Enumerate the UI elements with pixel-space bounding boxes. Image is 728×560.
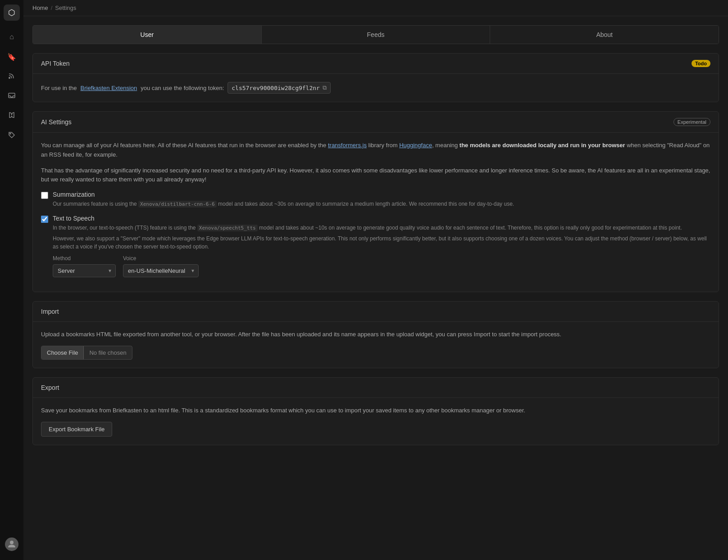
export-title: Export: [41, 384, 59, 391]
ai-description-1: You can manage all of your AI features h…: [41, 141, 710, 160]
copy-token-icon[interactable]: ⧉: [323, 84, 327, 91]
app-logo[interactable]: ⬡: [4, 5, 20, 21]
export-header: Export: [33, 378, 719, 398]
user-avatar[interactable]: [5, 537, 18, 551]
api-token-header: API Token Todo: [33, 54, 719, 74]
token-display: cls57rev90000iw28cg9fl2nr ⧉: [228, 82, 331, 94]
token-row: For use in the Briefkasten Extension you…: [41, 82, 710, 94]
todo-badge: Todo: [692, 60, 710, 67]
import-title: Import: [41, 308, 59, 315]
tts-desc-suffix: model and takes about ~10s on average to…: [259, 225, 682, 231]
sidebar-item-rss[interactable]: [4, 68, 20, 85]
main-area: Home / Settings User Feeds About API Tok…: [23, 0, 728, 560]
ai-settings-title: AI Settings: [41, 118, 72, 126]
experimental-badge: Experimental: [673, 118, 710, 126]
tab-about[interactable]: About: [490, 26, 719, 44]
tts-label[interactable]: Text to Speech: [53, 215, 95, 222]
breadcrumb-separator: /: [51, 5, 53, 11]
tab-feeds[interactable]: Feeds: [262, 26, 491, 44]
method-select[interactable]: Server Browser: [53, 264, 116, 277]
transformers-link[interactable]: transformers.js: [328, 142, 367, 149]
tts-desc-prefix: In the browser, our text-to-speech (TTS)…: [53, 225, 196, 231]
import-body: Upload a bookmarks HTML file exported fr…: [33, 322, 719, 368]
content-area: User Feeds About API Token Todo For use …: [23, 16, 728, 560]
tts-model: Xenova/speecht5_tts: [197, 225, 258, 231]
tag-icon: [8, 131, 15, 140]
breadcrumb-current: Settings: [55, 5, 76, 11]
tts-description-1: In the browser, our text-to-speech (TTS)…: [53, 224, 710, 232]
sidebar-item-book[interactable]: [4, 108, 20, 124]
huggingface-link[interactable]: Huggingface: [399, 142, 432, 149]
sidebar: ⬡ ⌂ 🔖: [0, 0, 23, 560]
voice-select-wrapper: en-US-MichelleNeural en-US-JennyNeural e…: [123, 264, 199, 277]
sidebar-item-tags[interactable]: [4, 128, 20, 144]
token-desc-suffix: you can use the following token:: [141, 85, 224, 91]
token-desc-prefix: For use in the: [41, 85, 77, 91]
logo-icon: ⬡: [8, 8, 15, 18]
summarization-checkbox[interactable]: [41, 192, 48, 199]
ai-settings-header: AI Settings Experimental: [33, 112, 719, 133]
svg-point-3: [10, 541, 14, 544]
file-input-wrapper: Choose File No file chosen: [41, 346, 132, 360]
export-description: Save your bookmarks from Briefkasten to …: [41, 406, 710, 415]
settings-tabs: User Feeds About: [32, 25, 719, 44]
method-select-wrapper: Server Browser ▼: [53, 264, 116, 277]
ai-settings-body: You can manage all of your AI features h…: [33, 133, 719, 292]
svg-point-0: [9, 77, 10, 79]
export-card: Export Save your bookmarks from Briefkas…: [32, 377, 719, 445]
summarization-label[interactable]: Summarization: [53, 191, 95, 198]
rss-icon: [8, 72, 15, 81]
choose-file-button[interactable]: Choose File: [41, 346, 84, 359]
tts-fields: Method Server Browser ▼: [53, 255, 710, 277]
api-token-title: API Token: [41, 60, 70, 67]
bookmark-icon: 🔖: [7, 53, 16, 61]
tts-description-2: However, we also support a "Server" mode…: [53, 235, 710, 251]
import-header: Import: [33, 302, 719, 322]
method-field-group: Method Server Browser ▼: [53, 255, 116, 277]
breadcrumb-home[interactable]: Home: [32, 5, 48, 11]
method-label: Method: [53, 255, 116, 262]
tts-content: Text to Speech In the browser, our text-…: [53, 215, 710, 278]
summarization-row: Summarization Our summaries feature is u…: [41, 191, 710, 208]
summarization-content: Summarization Our summaries feature is u…: [53, 191, 514, 208]
summarization-description: Our summaries feature is using the Xenov…: [53, 200, 514, 208]
sidebar-item-home[interactable]: ⌂: [4, 29, 20, 45]
summ-model: Xenova/distilbart-cnn-6-6: [138, 201, 217, 208]
export-body: Save your bookmarks from Briefkasten to …: [33, 398, 719, 445]
file-name-display: No file chosen: [84, 346, 132, 359]
tab-user[interactable]: User: [33, 26, 262, 44]
book-icon: [8, 112, 15, 121]
export-button[interactable]: Export Bookmark File: [41, 422, 112, 437]
ai-description-2: That has the advantage of significantly …: [41, 166, 710, 185]
summ-desc-prefix: Our summaries feature is using the: [53, 201, 137, 207]
sidebar-item-bookmarks[interactable]: 🔖: [4, 49, 20, 65]
voice-field-group: Voice en-US-MichelleNeural en-US-JennyNe…: [123, 255, 199, 277]
inbox-icon: [8, 92, 15, 101]
voice-label: Voice: [123, 255, 199, 262]
import-card: Import Upload a bookmarks HTML file expo…: [32, 301, 719, 368]
api-token-card: API Token Todo For use in the Briefkaste…: [32, 53, 719, 102]
api-token-body: For use in the Briefkasten Extension you…: [33, 74, 719, 102]
tts-row: Text to Speech In the browser, our text-…: [41, 215, 710, 278]
tts-checkbox[interactable]: [41, 216, 48, 223]
sidebar-item-inbox[interactable]: [4, 88, 20, 104]
home-icon: ⌂: [9, 33, 14, 41]
ai-settings-card: AI Settings Experimental You can manage …: [32, 111, 719, 292]
summ-desc-suffix: model and takes about ~30s on average to…: [218, 201, 514, 207]
briefkasten-extension-link[interactable]: Briefkasten Extension: [81, 85, 137, 91]
breadcrumb: Home / Settings: [23, 0, 728, 16]
avatar-icon: [8, 540, 16, 549]
svg-point-2: [10, 133, 11, 134]
import-description: Upload a bookmarks HTML file exported fr…: [41, 330, 710, 339]
voice-select[interactable]: en-US-MichelleNeural en-US-JennyNeural e…: [123, 264, 199, 277]
token-value: cls57rev90000iw28cg9fl2nr: [232, 85, 320, 91]
